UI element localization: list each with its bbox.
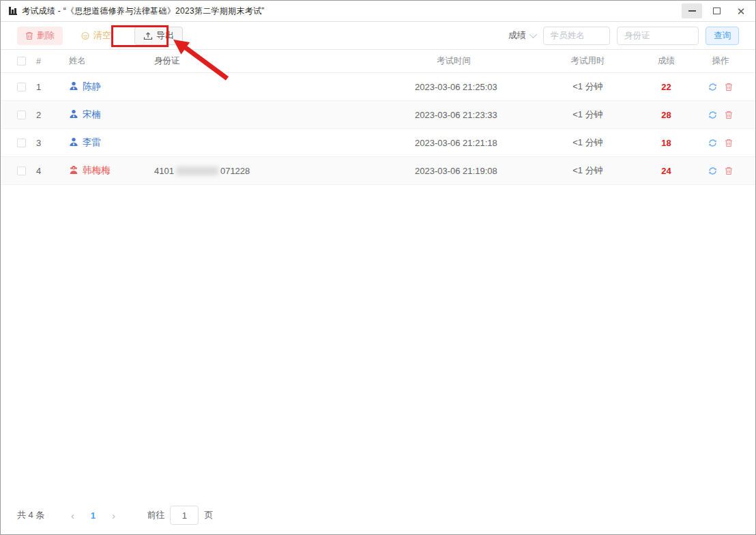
- exam-time-cell: 2023-03-06 21:25:03: [300, 82, 538, 92]
- header-exam-time: 考试时间: [300, 55, 538, 67]
- id-card-cell: 4101071228: [143, 166, 300, 176]
- trash-icon: [25, 31, 33, 40]
- refresh-icon[interactable]: [708, 167, 717, 175]
- header-duration: 考试用时: [538, 55, 637, 67]
- id-card-redacted-blur: [176, 167, 218, 175]
- minimize-icon: [688, 10, 696, 12]
- goto-page-input[interactable]: [170, 506, 199, 525]
- close-icon: ✕: [737, 6, 746, 16]
- filter-bar: 成绩 查询: [508, 27, 739, 45]
- header-operation: 操作: [695, 55, 755, 67]
- maximize-button[interactable]: [706, 3, 727, 18]
- trash-icon[interactable]: [725, 167, 733, 175]
- goto-page-label: 前往: [147, 509, 164, 521]
- titlebar: 考试成绩 - “《思想道德修养与法律基础》2023第二学期期末考试” ✕: [1, 1, 755, 22]
- row-checkbox[interactable]: [17, 139, 26, 147]
- table-row: 3 李雷 2023-03-06 21:21:18 <1 分钟 18: [1, 129, 755, 157]
- row-index: 1: [31, 82, 58, 92]
- refresh-icon[interactable]: [708, 139, 717, 147]
- query-button[interactable]: 查询: [706, 27, 739, 45]
- export-button-label: 导出: [156, 29, 174, 42]
- person-female-icon: [69, 165, 78, 177]
- exam-time-cell: 2023-03-06 21:19:08: [300, 166, 538, 176]
- person-male-icon: [69, 109, 78, 121]
- export-icon: [143, 31, 153, 40]
- row-checkbox[interactable]: [17, 111, 26, 119]
- exam-time-cell: 2023-03-06 21:21:18: [300, 138, 538, 148]
- student-name-input[interactable]: [543, 27, 610, 45]
- score-cell: 24: [637, 166, 695, 176]
- row-index: 4: [31, 166, 58, 176]
- student-name-link[interactable]: 韩梅梅: [83, 164, 111, 177]
- exam-results-window: 考试成绩 - “《思想道德修养与法律基础》2023第二学期期末考试” ✕ 删除 …: [0, 0, 756, 535]
- refresh-icon[interactable]: [708, 111, 717, 119]
- toolbar: 删除 清空 导出 成绩 查询: [1, 22, 755, 50]
- table-header-row: # 姓名 身份证 考试时间 考试用时 成绩 操作: [1, 50, 755, 73]
- current-page-number[interactable]: 1: [81, 510, 104, 521]
- maximize-icon: [713, 8, 721, 14]
- duration-cell: <1 分钟: [538, 109, 637, 121]
- delete-button[interactable]: 删除: [17, 27, 63, 45]
- delete-button-label: 删除: [37, 29, 55, 42]
- id-card-suffix: 071228: [220, 166, 250, 176]
- student-name-link[interactable]: 陈静: [83, 81, 101, 93]
- student-name-link[interactable]: 李雷: [83, 136, 101, 149]
- bar-chart-icon: [9, 7, 17, 15]
- score-cell: 18: [637, 138, 695, 148]
- pagination-bar: 共 4 条 ‹ 1 › 前往 页: [17, 506, 213, 525]
- chevron-down-icon: [529, 31, 537, 38]
- header-name: 姓名: [58, 55, 143, 67]
- table-row: 1 陈静 2023-03-06 21:25:03 <1 分钟 22: [1, 73, 755, 101]
- score-filter-label: 成绩: [508, 29, 526, 42]
- clear-button[interactable]: 清空: [72, 27, 119, 45]
- clear-button-label: 清空: [93, 29, 111, 42]
- header-id-card: 身份证: [143, 55, 300, 67]
- trash-icon[interactable]: [725, 139, 733, 147]
- exam-time-cell: 2023-03-06 21:23:33: [300, 110, 538, 120]
- window-controls: ✕: [678, 3, 751, 18]
- window-title: 考试成绩 - “《思想道德修养与法律基础》2023第二学期期末考试”: [22, 5, 265, 17]
- person-male-icon: [69, 81, 78, 93]
- clear-icon: [81, 31, 90, 40]
- export-button[interactable]: 导出: [134, 27, 183, 45]
- next-page-arrow[interactable]: ›: [104, 510, 122, 521]
- row-index: 2: [31, 110, 58, 120]
- trash-icon[interactable]: [725, 83, 733, 91]
- header-index: #: [31, 57, 58, 66]
- table-row: 4 韩梅梅 4101071228 2023-03-06 21:19:08 <1 …: [1, 157, 755, 185]
- duration-cell: <1 分钟: [538, 164, 637, 177]
- id-card-prefix: 4101: [154, 166, 174, 176]
- trash-icon[interactable]: [725, 111, 733, 119]
- duration-cell: <1 分钟: [538, 136, 637, 149]
- id-card-input[interactable]: [617, 27, 699, 45]
- page-unit-label: 页: [204, 509, 213, 521]
- total-count-label: 共 4 条: [17, 509, 44, 521]
- prev-page-arrow[interactable]: ‹: [63, 510, 81, 521]
- person-male-icon: [69, 137, 78, 149]
- minimize-button[interactable]: [682, 3, 702, 18]
- score-cell: 22: [637, 82, 695, 92]
- refresh-icon[interactable]: [708, 83, 717, 91]
- header-score: 成绩: [637, 55, 695, 67]
- row-checkbox[interactable]: [17, 167, 26, 175]
- score-cell: 28: [637, 110, 695, 120]
- select-all-checkbox[interactable]: [17, 57, 26, 66]
- score-filter-select[interactable]: 成绩: [508, 29, 535, 42]
- close-button[interactable]: ✕: [731, 3, 751, 18]
- row-index: 3: [31, 138, 58, 148]
- duration-cell: <1 分钟: [538, 81, 637, 93]
- student-name-link[interactable]: 宋楠: [83, 109, 101, 121]
- row-checkbox[interactable]: [17, 83, 26, 91]
- table-row: 2 宋楠 2023-03-06 21:23:33 <1 分钟 28: [1, 101, 755, 129]
